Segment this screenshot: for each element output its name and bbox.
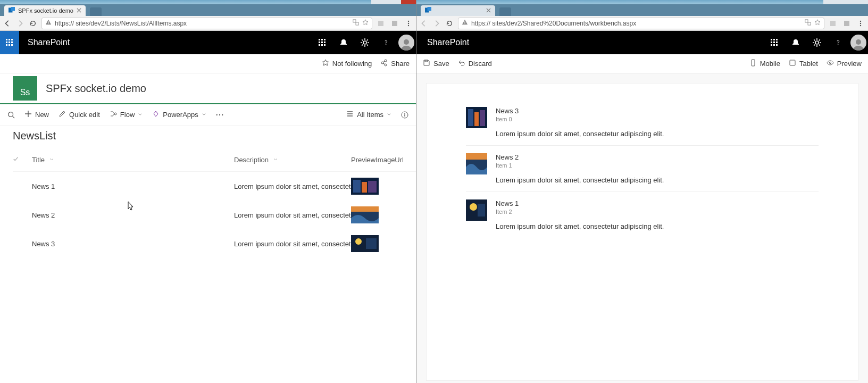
svg-rect-97 [468,109,473,126]
discard-button[interactable]: Discard [458,59,492,68]
app-launcher-button[interactable] [0,31,19,54]
settings-gear-icon[interactable] [806,31,828,54]
quick-edit-label: Quick edit [69,111,100,119]
settings-gear-icon[interactable] [354,31,375,54]
window-maximize-button[interactable] [838,0,853,4]
flow-button[interactable]: Flow [110,110,143,119]
window-minimize-button[interactable] [371,0,386,4]
column-header-title[interactable]: Title [32,156,234,164]
column-header-description[interactable]: Description [234,156,351,164]
flow-icon [110,110,117,119]
list-row[interactable]: News 2 Lorem ipsum dolor sit amet, conse… [13,201,416,229]
menu-icon[interactable] [404,19,413,28]
profile-icon[interactable] [390,19,399,28]
powerapps-button[interactable]: PowerApps [152,110,206,119]
list-row[interactable]: News 3 Lorem ipsum dolor sit amet, conse… [13,229,416,258]
sharepoint-favicon-icon [425,7,431,14]
column-header-preview[interactable]: PreviewImageUrl [351,156,415,164]
address-bar[interactable]: https:// sites/dev2/Lists/NewsList/AllIt… [41,18,372,29]
star-icon[interactable] [814,19,821,27]
new-label: New [35,111,49,119]
share-label: Share [391,60,410,68]
quick-edit-button[interactable]: Quick edit [59,110,100,119]
back-icon[interactable] [420,19,428,28]
view-selector[interactable]: All Items [346,110,391,119]
browser-tabstrip: SPFx socket.io demo [0,4,416,16]
profile-icon[interactable] [842,19,851,28]
svg-rect-7 [392,21,397,26]
translate-icon[interactable] [353,19,359,27]
site-logo[interactable]: Ss [13,76,37,101]
window-maximize-button[interactable] [386,0,401,4]
site-title[interactable]: SPFx socket.io demo [46,82,146,95]
news-card[interactable]: News 3 Item 0 Lorem ipsum dolor sit amet… [466,107,819,146]
svg-line-44 [13,116,15,118]
user-avatar[interactable] [849,31,868,54]
svg-rect-26 [319,44,320,46]
news-card[interactable]: News 1 Item 2 Lorem ipsum dolor sit amet… [466,199,819,238]
tab-close-icon[interactable] [486,7,491,14]
cell-preview-image [351,235,379,252]
star-outline-icon [322,59,329,68]
help-icon[interactable]: ? [375,31,397,54]
cell-description: Lorem ipsum dolor sit amet, consectetur … [234,240,351,248]
news-card[interactable]: News 2 Item 1 Lorem ipsum dolor sit amet… [466,153,819,192]
preview-button[interactable]: Preview [827,59,862,68]
share-button[interactable]: Share [380,59,410,68]
workbench-canvas[interactable]: News 3 Item 0 Lorem ipsum dolor sit amet… [426,83,858,381]
tablet-preview-button[interactable]: Tablet [789,59,818,68]
svg-point-69 [860,20,861,21]
window-minimize-button[interactable] [823,0,838,4]
notifications-icon[interactable] [333,31,354,54]
new-tab-button[interactable] [499,7,511,16]
tab-close-icon[interactable] [77,7,81,14]
svg-point-42 [385,64,387,66]
column-title-label: Title [32,156,45,164]
address-bar[interactable]: https:// sites/dev2/Shared%20Documents/w… [458,18,824,29]
user-avatar[interactable] [397,31,416,54]
menu-icon[interactable] [856,19,865,28]
browser-tab[interactable] [421,5,495,16]
back-icon[interactable] [3,19,12,28]
forward-icon[interactable] [432,19,441,28]
notifications-icon[interactable] [785,31,806,54]
select-all-checkbox[interactable] [13,156,32,164]
translate-icon[interactable] [805,19,811,27]
extension-icon[interactable] [829,19,837,28]
info-pane-icon[interactable] [401,111,408,119]
workbench-action-bar: Save Discard Mobile Tablet Preview [416,54,868,73]
mobile-preview-button[interactable]: Mobile [749,59,780,68]
reload-icon[interactable] [29,19,37,28]
follow-button[interactable]: Not following [322,59,372,68]
search-icon[interactable] [7,111,15,119]
window-close-button[interactable] [401,0,416,4]
new-tab-button[interactable] [90,7,102,16]
svg-rect-75 [771,41,772,43]
suite-apps-icon[interactable] [312,31,333,54]
browser-window-right: https:// sites/dev2/Shared%20Documents/w… [416,0,868,383]
cell-description: Lorem ipsum dolor sit amet, consectetur … [234,211,351,219]
svg-point-41 [381,62,383,64]
more-actions-button[interactable] [216,111,223,119]
extension-icon[interactable] [377,19,385,28]
list-name: NewsList [13,130,416,142]
suite-apps-icon[interactable] [764,31,785,54]
chevron-down-icon [138,111,143,119]
browser-tabstrip [416,4,868,16]
star-icon[interactable] [362,19,369,27]
svg-point-59 [355,238,362,245]
new-button[interactable]: New [24,110,49,119]
svg-rect-53 [353,180,361,193]
save-button[interactable]: Save [423,59,449,68]
forward-icon[interactable] [16,19,24,28]
reload-icon[interactable] [445,19,454,28]
svg-rect-25 [324,41,326,43]
browser-tab[interactable]: SPFx socket.io demo [4,5,86,16]
window-close-button[interactable] [853,0,868,4]
svg-point-70 [860,22,861,23]
svg-rect-14 [6,41,7,43]
list-header-row: Title Description PreviewImageUrl [13,148,416,172]
help-icon[interactable]: ? [828,31,849,54]
list-row[interactable]: News 1 Lorem ipsum dolor sit amet, conse… [13,172,416,201]
list-view-icon [346,110,354,119]
